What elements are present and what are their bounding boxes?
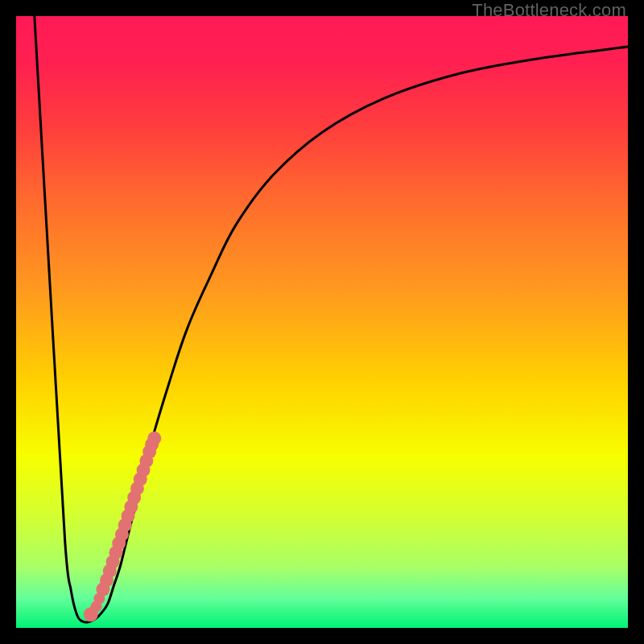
watermark-text: TheBottleneck.com: [472, 0, 626, 21]
outer-black-frame: TheBottleneck.com: [0, 0, 644, 644]
marker-dot: [147, 431, 161, 445]
chart-svg: [16, 16, 628, 628]
plot-area: [16, 16, 628, 628]
gradient-background: [16, 16, 628, 628]
